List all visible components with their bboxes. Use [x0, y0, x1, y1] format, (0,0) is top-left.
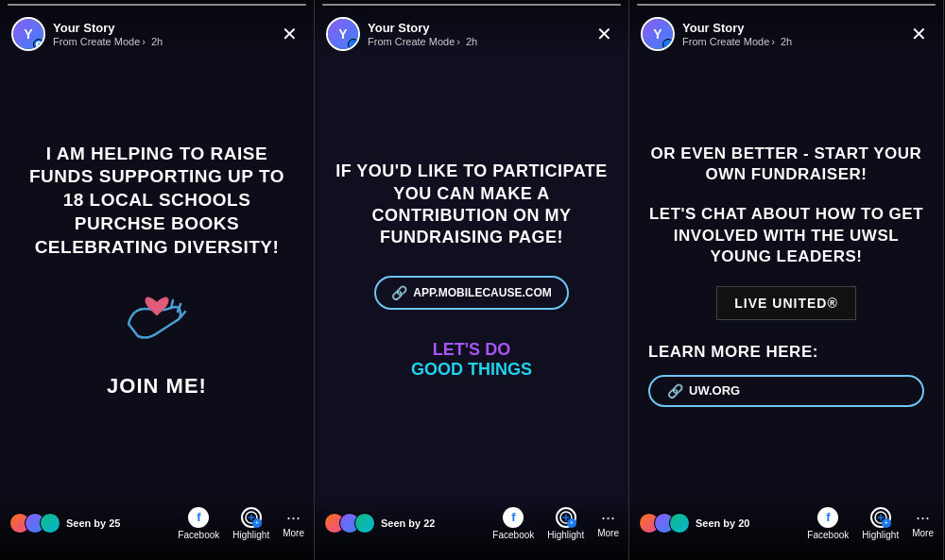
avatar-2: Y — [326, 17, 360, 51]
facebook-label-2: Facebook — [492, 530, 534, 540]
header-title-2: Your Story — [368, 21, 591, 36]
more-action-1[interactable]: ··· More — [283, 509, 304, 538]
svg-text:f: f — [38, 42, 40, 47]
seen-count-1: Seen by 25 — [66, 518, 120, 529]
seen-info-1: Seen by 25 — [9, 513, 120, 534]
main-text-2: IF YOU'D LIKE TO PARTICIPATE YOU CAN MAK… — [334, 161, 610, 249]
seen-avatar-3c — [669, 513, 690, 534]
link-icon-3: 🔗 — [667, 383, 683, 399]
story-footer-1: Seen by 25 f Facebook Highlight ··· — [0, 494, 314, 560]
header-subtitle-1: From Create Mode — [53, 36, 140, 47]
story-content-2: IF YOU'D LIKE TO PARTICIPATE YOU CAN MAK… — [315, 0, 628, 560]
header-arrow-1: › — [142, 36, 146, 47]
highlight-action-3[interactable]: Highlight — [862, 507, 899, 540]
header-sub-2: From Create Mode › 2h — [368, 36, 591, 47]
link-text-3: UW.ORG — [689, 383, 740, 398]
seen-count-3: Seen by 20 — [696, 518, 749, 529]
highlight-action-2[interactable]: Highlight — [547, 507, 584, 540]
facebook-action-3[interactable]: f Facebook — [807, 507, 849, 540]
avatar-badge-1: f — [33, 39, 44, 50]
learn-more-label: LEARN MORE HERE: — [648, 343, 924, 362]
more-label-1: More — [283, 528, 304, 538]
learn-more-section: LEARN MORE HERE: 🔗 UW.ORG — [648, 343, 924, 407]
more-icon-2: ··· — [601, 509, 615, 526]
header-title-1: Your Story — [53, 21, 276, 36]
seen-avatars-3 — [639, 513, 690, 534]
more-label-2: More — [597, 528, 619, 538]
header-title-3: Your Story — [682, 21, 905, 36]
footer-actions-1: f Facebook Highlight ··· More — [178, 507, 304, 540]
link-badge-3[interactable]: 🔗 UW.ORG — [648, 375, 924, 407]
header-sub-3: From Create Mode › 2h — [682, 36, 905, 47]
facebook-label-3: Facebook — [807, 530, 849, 540]
facebook-icon-2: f — [503, 507, 524, 528]
header-subtitle-2: From Create Mode — [368, 36, 455, 47]
header-arrow-3: › — [771, 36, 775, 47]
seen-count-2: Seen by 22 — [381, 518, 435, 529]
facebook-icon-1: f — [188, 507, 209, 528]
highlight-icon-1 — [241, 507, 262, 528]
highlight-label-3: Highlight — [862, 530, 899, 540]
join-text-1: JOIN ME! — [107, 374, 207, 399]
link-icon-2: 🔗 — [391, 285, 407, 300]
story-panel-2: Y Your Story From Create Mode › 2h ✕ IF … — [315, 0, 629, 560]
facebook-label-1: Facebook — [178, 530, 219, 540]
lets-do-line-2: LET'S DO — [411, 340, 532, 361]
seen-avatars-1 — [9, 513, 60, 534]
more-label-3: More — [912, 528, 934, 538]
main-text-1: I AM HELPING TO RAISE FUNDS SUPPORTING U… — [19, 143, 295, 259]
more-icon-1: ··· — [286, 509, 301, 526]
heart-hand-icon — [119, 281, 195, 351]
header-subtitle-3: From Create Mode — [682, 36, 769, 47]
facebook-action-2[interactable]: f Facebook — [492, 507, 534, 540]
facebook-action-1[interactable]: f Facebook — [178, 507, 219, 540]
header-time-2: 2h — [466, 36, 477, 47]
lets-do-text-2: LET'S DO GOOD THINGS — [411, 340, 532, 381]
close-button-2[interactable]: ✕ — [591, 21, 617, 47]
highlight-icon-2 — [556, 507, 576, 528]
main-text-3b: LET'S CHAT ABOUT HOW TO GET INVOLVED WIT… — [648, 204, 924, 266]
facebook-icon-3: f — [817, 507, 838, 528]
story-header-2: Y Your Story From Create Mode › 2h ✕ — [315, 0, 628, 59]
fb-letter-2: f — [511, 510, 515, 524]
footer-actions-2: f Facebook Highlight ··· More — [492, 507, 619, 540]
story-header-3: Y Your Story From Create Mode › 2h ✕ — [629, 0, 943, 59]
header-arrow-2: › — [456, 36, 460, 47]
seen-avatar-2c — [354, 513, 375, 534]
story-panel-3: Y Your Story From Create Mode › 2h ✕ OR … — [629, 0, 944, 560]
story-content-1: I AM HELPING TO RAISE FUNDS SUPPORTING U… — [0, 0, 314, 560]
close-button-3[interactable]: ✕ — [905, 21, 932, 47]
header-time-3: 2h — [781, 36, 792, 47]
story-content-3: OR EVEN BETTER - START YOUR OWN FUNDRAIS… — [629, 0, 943, 560]
link-badge-2[interactable]: 🔗 APP.MOBILECAUSE.COM — [374, 276, 568, 310]
story-footer-2: Seen by 22 f Facebook Highlight ··· — [315, 494, 628, 560]
header-info-3: Your Story From Create Mode › 2h — [682, 21, 905, 47]
header-info-1: Your Story From Create Mode › 2h — [53, 21, 276, 47]
highlight-icon-3 — [870, 507, 891, 528]
highlight-action-1[interactable]: Highlight — [232, 507, 269, 540]
footer-actions-3: f Facebook Highlight ··· More — [807, 507, 934, 540]
header-sub-1: From Create Mode › 2h — [53, 36, 276, 47]
live-united-text: LIVE UNITED® — [734, 296, 837, 311]
close-button-1[interactable]: ✕ — [276, 21, 302, 47]
more-action-3[interactable]: ··· More — [912, 509, 934, 538]
good-things-line-2: GOOD THINGS — [411, 360, 532, 381]
more-icon-3: ··· — [916, 509, 930, 526]
story-panel-1: Y f Your Story From Create Mode › 2h ✕ I… — [0, 0, 315, 560]
highlight-label-1: Highlight — [232, 530, 269, 540]
seen-info-2: Seen by 22 — [324, 513, 435, 534]
more-action-2[interactable]: ··· More — [597, 509, 619, 538]
seen-avatars-2 — [324, 513, 375, 534]
header-info-2: Your Story From Create Mode › 2h — [368, 21, 591, 47]
seen-info-3: Seen by 20 — [639, 513, 749, 534]
fb-letter-3: f — [826, 510, 830, 524]
avatar-3: Y — [641, 17, 675, 51]
avatar-badge-2 — [348, 39, 359, 50]
story-header-1: Y f Your Story From Create Mode › 2h ✕ — [0, 0, 314, 59]
story-footer-3: Seen by 20 f Facebook Highlight ··· — [629, 494, 943, 560]
fb-letter-1: f — [197, 510, 200, 524]
highlight-label-2: Highlight — [547, 530, 584, 540]
seen-avatar-1c — [40, 513, 60, 534]
header-time-1: 2h — [151, 36, 163, 47]
avatar-badge-3 — [662, 39, 674, 50]
